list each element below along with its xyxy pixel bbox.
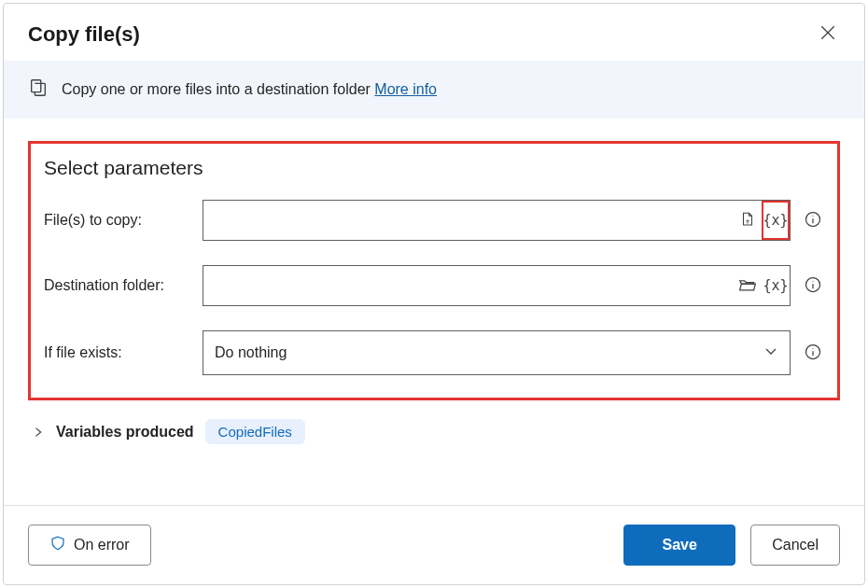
info-icon — [804, 343, 822, 364]
files-info-button[interactable] — [802, 209, 824, 231]
shield-icon — [49, 535, 66, 555]
copy-files-dialog: Copy file(s) Copy one or more files into… — [3, 3, 865, 585]
dest-input-wrap: {x} — [203, 265, 791, 306]
variables-produced-row[interactable]: Variables produced CopiedFiles — [28, 419, 840, 444]
banner-text: Copy one or more files into a destinatio… — [62, 81, 437, 98]
insert-variable-files-button[interactable]: {x} — [762, 201, 790, 240]
field-files-to-copy: File(s) to copy: {x} — [44, 200, 824, 241]
save-button[interactable]: Save — [623, 525, 735, 566]
insert-variable-dest-button[interactable]: {x} — [762, 266, 790, 305]
cancel-button[interactable]: Cancel — [750, 525, 840, 566]
close-button[interactable] — [816, 21, 840, 48]
dest-label: Destination folder: — [44, 277, 203, 294]
folder-icon — [738, 276, 757, 296]
section-title: Select parameters — [44, 157, 824, 179]
svg-point-6 — [812, 347, 813, 348]
chevron-down-icon — [763, 343, 778, 362]
on-error-button[interactable]: On error — [28, 525, 151, 566]
close-icon — [819, 30, 836, 44]
dialog-header: Copy file(s) — [4, 4, 864, 61]
exists-value: Do nothing — [215, 344, 287, 361]
files-input-wrap: {x} — [203, 200, 791, 241]
file-picker-icon — [739, 211, 756, 231]
files-input[interactable] — [203, 201, 734, 240]
field-destination-folder: Destination folder: {x} — [44, 265, 824, 306]
select-folder-button[interactable] — [734, 266, 762, 305]
info-icon — [804, 275, 822, 297]
files-label: File(s) to copy: — [44, 212, 203, 229]
exists-label: If file exists: — [44, 344, 203, 361]
exists-select[interactable]: Do nothing — [203, 330, 791, 375]
variable-icon: {x} — [763, 277, 788, 294]
svg-rect-0 — [32, 80, 41, 92]
parameters-highlight: Select parameters File(s) to copy: — [28, 141, 840, 400]
copy-files-icon — [28, 77, 49, 102]
info-icon — [804, 210, 822, 231]
dialog-body: Select parameters File(s) to copy: — [4, 119, 864, 505]
svg-point-2 — [812, 215, 813, 216]
svg-point-4 — [812, 280, 813, 281]
variable-chip-copiedfiles[interactable]: CopiedFiles — [205, 419, 305, 444]
dialog-footer: On error Save Cancel — [4, 505, 864, 584]
more-info-link[interactable]: More info — [374, 81, 437, 97]
dest-info-button[interactable] — [802, 274, 824, 297]
variables-label: Variables produced — [56, 424, 194, 441]
info-banner: Copy one or more files into a destinatio… — [4, 61, 864, 119]
variable-icon: {x} — [763, 212, 788, 229]
on-error-label: On error — [74, 537, 130, 553]
dest-input[interactable] — [203, 266, 734, 305]
exists-info-button[interactable] — [802, 342, 824, 364]
chevron-right-icon — [32, 426, 45, 439]
dialog-title: Copy file(s) — [28, 22, 140, 47]
field-if-file-exists: If file exists: Do nothing — [44, 330, 824, 375]
select-file-button[interactable] — [734, 201, 762, 240]
footer-actions: Save Cancel — [623, 525, 840, 566]
